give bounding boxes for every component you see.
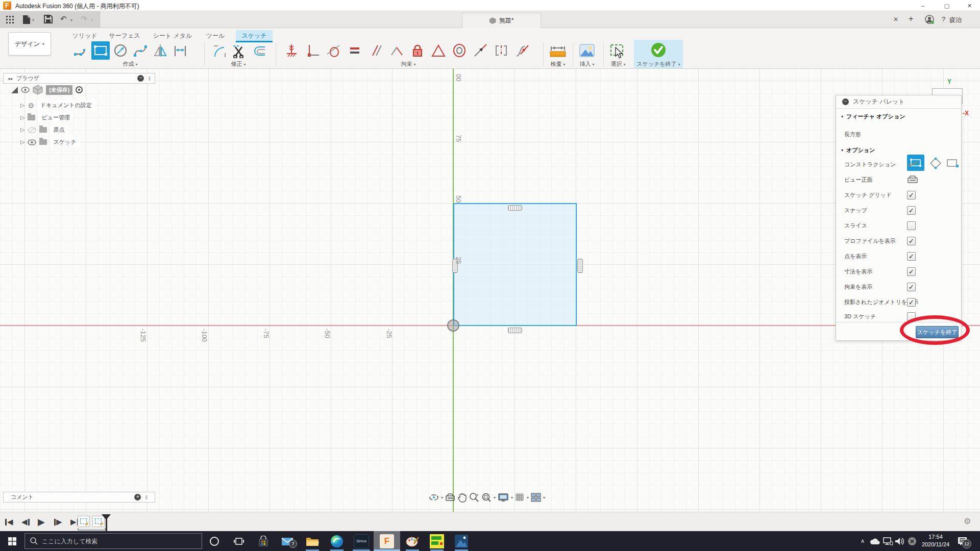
chevron-down-icon[interactable]: ▾ [494,495,496,500]
mirror-tool-icon[interactable] [151,41,169,60]
timeline-settings-gear-icon[interactable]: ⚙ [964,516,971,526]
line-tool-icon[interactable] [71,41,90,60]
paint-app-icon[interactable] [400,531,425,551]
chevron-down-icon[interactable]: ▾ [527,495,529,500]
constraint-curvature-icon[interactable] [513,41,531,60]
yellow-app-icon[interactable] [425,531,449,551]
document-tab[interactable]: 無題* [462,13,541,28]
dimension-tool-icon[interactable] [171,41,189,60]
tray-chevron-up-icon[interactable]: ∧ [861,531,865,551]
expand-icon[interactable]: ▷ [20,102,24,109]
tab-solid[interactable]: ソリッド [70,30,99,41]
timeline-step-forward-button[interactable]: ▶ [54,517,62,527]
constraint-concentric-icon[interactable] [450,41,469,60]
file-menu-caret-icon[interactable]: ▾ [32,18,34,22]
document-tab-close-icon[interactable]: ✕ [893,16,898,23]
browser-root-row[interactable]: (未保存) [11,85,83,95]
panel-drag-handle[interactable]: ‖ [145,494,148,500]
user-avatar[interactable] [925,15,934,26]
orbit-icon[interactable] [429,492,439,503]
undo-icon[interactable]: ↶ [60,14,67,23]
edge-browser-icon[interactable] [325,531,349,551]
constraint-parallel-icon[interactable] [366,41,385,60]
display-settings-icon[interactable] [498,493,509,502]
modeling-canvas[interactable]: 00 75 50 25 -125 -100 -75 -50 -25 Y -X [0,69,980,512]
mail-app-icon[interactable] [276,531,300,551]
show-dimensions-checkbox[interactable]: ✓ [907,267,916,276]
tray-x-circle-icon[interactable] [908,531,917,551]
onedrive-cloud-icon[interactable] [870,531,881,551]
new-document-tab-icon[interactable]: + [909,14,913,23]
browser-item-origin[interactable]: ▷ 原点 [20,125,67,135]
help-icon[interactable]: ? [942,15,945,23]
expand-collapse-icon[interactable] [11,87,18,93]
collapse-panel-icon[interactable]: ◂◂ [8,76,12,81]
browser-item-label[interactable]: ビュー管理 [38,113,73,122]
visibility-eye-icon[interactable] [28,139,36,145]
measure-tool-icon[interactable] [548,41,568,60]
add-comment-icon[interactable]: + [134,494,141,500]
file-menu-icon[interactable] [22,15,31,26]
sketch-grid-checkbox[interactable]: ✓ [907,191,916,199]
cortana-button[interactable] [202,531,227,551]
insert-image-icon[interactable] [578,41,596,60]
constraint-perpendicular-icon[interactable] [304,41,322,60]
chevron-down-icon[interactable]: ▾ [543,495,545,500]
group-label-finish-sketch[interactable]: スケッチを終了 ▾ [634,60,683,67]
chevron-down-icon[interactable]: ▾ [441,495,443,500]
constraint-tangent-icon[interactable] [325,41,343,60]
maximize-button[interactable]: ▢ [936,0,958,11]
tab-tools[interactable]: ツール [202,30,229,41]
photos-app-icon[interactable] [449,531,474,551]
group-label-constraints[interactable]: 拘束 ▾ [360,60,457,67]
expand-icon[interactable]: ▷ [20,127,24,133]
sirius-app-icon[interactable]: Sirius [349,531,374,551]
group-label-modify[interactable]: 修正 ▾ [200,60,277,67]
panel-minus-icon[interactable]: − [137,75,144,82]
look-at-icon[interactable] [445,493,455,502]
constraint-horizontal-vertical-icon[interactable] [283,41,301,60]
tab-sketch[interactable]: スケッチ [236,30,273,41]
group-label-create[interactable]: 作成 ▾ [92,60,168,67]
constraint-lock-icon[interactable] [408,41,427,60]
expand-icon[interactable]: ▷ [20,139,24,145]
show-constraints-checkbox[interactable]: ✓ [907,283,916,291]
fillet-tool-icon[interactable] [210,41,229,60]
save-icon[interactable] [44,15,53,25]
origin-point[interactable] [447,319,459,332]
document-name-label[interactable]: (未保存) [46,85,72,95]
constraint-equal-icon[interactable] [346,41,364,60]
pan-hand-icon[interactable] [457,492,467,503]
browser-item-view-management[interactable]: ▷ ビュー管理 [20,113,73,122]
tab-surface[interactable]: サーフェス [108,30,141,41]
fit-view-icon[interactable] [481,492,492,503]
panel-drag-handle[interactable]: ‖ [148,76,151,82]
task-view-button[interactable] [227,531,251,551]
file-explorer-icon[interactable] [300,531,325,551]
constraint-polygon-icon[interactable] [429,41,448,60]
chevron-down-icon[interactable]: ▾ [511,495,513,500]
activate-component-icon[interactable] [76,86,83,93]
taskbar-clock[interactable]: 17:54 2020/11/24 [918,533,953,548]
speaker-icon[interactable] [895,531,905,551]
section-options[interactable]: ▾ オプション [836,146,880,154]
snap-checkbox[interactable]: ✓ [907,206,916,215]
spline-tool-icon[interactable] [131,41,150,60]
workspace-dropdown[interactable]: デザイン ▾ [8,32,51,56]
trim-tool-icon[interactable] [230,41,249,60]
comment-bar[interactable]: コメント + ‖ [3,492,155,503]
construction-icon[interactable] [907,160,919,169]
network-icon[interactable] [883,531,893,551]
timeline-play-button[interactable]: ▶ [38,517,45,527]
close-button[interactable]: ✕ [959,0,980,11]
section-feature-options[interactable]: ▾ フィーチャ オプション [836,113,910,120]
search-input[interactable] [42,538,185,545]
viewports-icon[interactable] [531,493,541,502]
browser-item-label[interactable]: ドキュメントの設定 [37,101,95,110]
browser-item-label[interactable]: 原点 [50,125,67,135]
show-profile-checkbox[interactable]: ✓ [907,237,916,245]
timeline-step-back-button[interactable]: ◀ [21,517,30,527]
browser-item-sketches[interactable]: ▷ スケッチ [20,137,80,147]
sketch-palette-header[interactable]: − スケッチ パレット [836,95,961,109]
timeline-skip-start-button[interactable]: ◀ [5,517,13,527]
